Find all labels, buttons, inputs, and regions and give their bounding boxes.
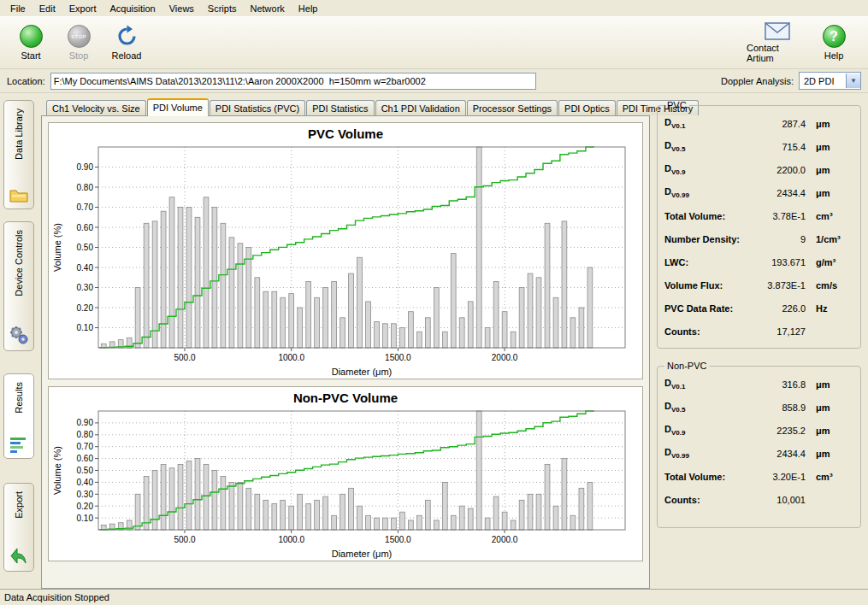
svg-text:1500.0: 1500.0 [385,535,411,544]
help-button[interactable]: ? Help [812,25,856,61]
stat-value: 193.671 [751,257,814,267]
start-button[interactable]: Start [9,25,53,61]
sidebar-item-label: Results [14,382,24,414]
stat-row: Counts:17,127 [664,320,853,343]
stat-unit: cm/s [814,280,853,291]
sidebar-item-label: Export [14,491,24,519]
svg-text:0.40: 0.40 [77,478,94,487]
menu-scripts[interactable]: Scripts [201,2,244,15]
tab-processor-settings[interactable]: Processor Settings [467,100,558,115]
stat-label: PVC Data Rate: [664,303,751,314]
stat-value: 2200.0 [751,165,814,175]
stop-button[interactable]: STOP Stop [56,25,101,61]
sidebar: Data Library Device Controls [0,93,39,589]
svg-text:500.0: 500.0 [174,353,195,362]
status-bar: Data Acquisition Stopped [0,589,868,605]
status-text: Data Acquisition Stopped [4,592,109,602]
pvc-volume-plot: 0.100.200.300.400.500.600.700.800.90500.… [49,141,637,379]
stat-row: DV0.5715.4μm [664,135,853,158]
gears-icon [9,325,29,345]
svg-text:0.80: 0.80 [77,430,94,439]
results-chart-icon [9,436,28,453]
sidebar-item-export[interactable]: Export [3,483,34,572]
doppler-analysis-value: 2D PDI [800,76,846,86]
stat-label: DV0.9 [664,424,751,437]
menu-edit[interactable]: Edit [32,2,62,15]
stat-unit: μm [814,449,853,459]
stat-value: 715.4 [751,142,814,152]
stat-label: DV0.5 [664,401,751,414]
svg-text:1000.0: 1000.0 [278,353,304,362]
contact-artium-button[interactable]: Contact Artium [747,22,808,63]
svg-text:Volume (%): Volume (%) [52,446,62,495]
stat-label: DV0.1 [664,378,751,391]
sidebar-item-data-library[interactable]: Data Library [3,100,34,209]
stat-value: 287.4 [751,119,814,129]
reload-label: Reload [112,50,142,61]
location-label: Location: [7,76,45,86]
stat-unit: cm³ [814,472,853,482]
svg-text:0.30: 0.30 [77,283,94,292]
stat-unit: μm [814,402,853,413]
svg-text:0.50: 0.50 [77,243,94,252]
stats-panel: PVC DV0.1287.4μmDV0.5715.4μmDV0.92200.0μ… [652,93,868,589]
doppler-analysis-select[interactable]: 2D PDI ▼ [799,72,861,90]
stat-unit: μm [814,426,853,436]
reload-button[interactable]: Reload [104,25,149,61]
svg-text:0.70: 0.70 [77,203,94,212]
sidebar-item-label: Device Controls [14,230,24,297]
stat-row: DV0.1316.8μm [664,373,853,396]
tab-bar: Ch1 Velocity vs. Size PDI Volume PDI Sta… [41,97,650,115]
stat-label: DV0.5 [664,140,751,153]
doppler-analysis-label: Doppler Analysis: [721,76,794,86]
non-pvc-chart-title: Non-PVC Volume [49,389,642,405]
svg-text:0.10: 0.10 [77,514,94,523]
stat-value: 10,001 [751,495,814,505]
stat-row: Volume Flux:3.873E-1cm/s [664,273,853,297]
stat-unit: 1/cm³ [814,234,853,244]
svg-text:Volume (%): Volume (%) [52,223,62,272]
stat-label: DV0.99 [664,186,751,199]
help-icon: ? [823,25,846,48]
stat-row: PVC Data Rate:226.0Hz [664,297,853,320]
menu-network[interactable]: Network [243,2,291,15]
stat-label: DV0.9 [664,163,751,176]
svg-text:1000.0: 1000.0 [278,535,304,544]
tab-pdi-statistics-pvc[interactable]: PDI Statistics (PVC) [210,100,305,115]
stat-value: 226.0 [751,303,814,314]
tab-pdi-statistics[interactable]: PDI Statistics [306,100,374,115]
menu-file[interactable]: File [3,2,32,15]
menu-help[interactable]: Help [292,2,325,15]
sidebar-item-device-controls[interactable]: Device Controls [3,221,34,351]
svg-text:0.70: 0.70 [77,442,94,451]
stat-row: Total Volume:3.78E-1cm³ [664,204,853,227]
menu-export[interactable]: Export [62,2,103,15]
stat-row: Counts:10,001 [664,488,853,511]
stat-value: 858.9 [751,402,814,413]
menu-acquisition[interactable]: Acquisition [103,2,162,15]
pvc-stats-group: PVC DV0.1287.4μmDV0.5715.4μmDV0.92200.0μ… [657,100,861,349]
menu-views[interactable]: Views [162,2,201,15]
stat-label: DV0.99 [664,447,751,460]
stat-row: DV0.92200.0μm [664,158,853,181]
stat-value: 9 [751,234,814,244]
tab-pdi-volume[interactable]: PDI Volume [147,98,209,116]
stat-unit: Hz [814,303,853,314]
svg-text:0.20: 0.20 [77,502,94,511]
stat-unit: μm [814,119,853,129]
sidebar-item-results[interactable]: Results [3,373,34,459]
svg-text:0.90: 0.90 [77,162,94,172]
tab-ch1-velocity-vs-size[interactable]: Ch1 Velocity vs. Size [46,100,146,115]
tab-pdi-optics[interactable]: PDI Optics [558,100,616,115]
svg-text:0.60: 0.60 [77,223,94,232]
chevron-down-icon[interactable]: ▼ [846,73,860,88]
start-label: Start [21,50,40,61]
stat-row: DV0.92235.2μm [664,419,853,442]
tab-panel: PVC Volume 0.100.200.300.400.500.600.700… [41,115,650,589]
data-library-icon [9,186,29,203]
tab-ch1-pdi-validation[interactable]: Ch1 PDI Validation [375,100,466,115]
location-input[interactable] [50,73,536,90]
help-label: Help [824,50,844,61]
non-pvc-volume-chart: Non-PVC Volume 0.100.200.300.400.500.600… [48,386,643,561]
app-window: File Edit Export Acquisition Views Scrip… [0,0,868,605]
